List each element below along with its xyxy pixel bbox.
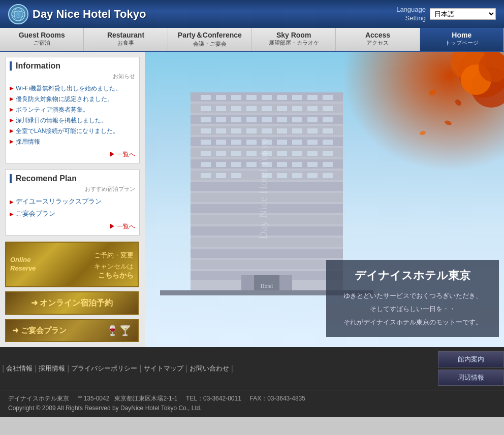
svg-rect-71: [277, 140, 287, 145]
main-navigation: Guest Rooms ご宿泊 Restaurant お食事 Party＆Con…: [0, 28, 504, 52]
svg-rect-78: [246, 151, 257, 156]
svg-rect-32: [231, 95, 241, 100]
svg-rect-45: [292, 106, 302, 111]
svg-text:Hotel: Hotel: [261, 283, 273, 289]
footer-hotel-details: デイナイスホテル東京 〒135-0042 東京都江東区木場2-1-1 TEL：0…: [8, 394, 496, 403]
plan-more-link[interactable]: ▶ 一覧へ: [10, 221, 135, 231]
svg-rect-83: [323, 151, 333, 156]
svg-rect-33: [246, 95, 257, 100]
plan-item-1[interactable]: ▶ ご宴会プラン: [10, 209, 135, 218]
reserve-line2: キャンセルは: [94, 262, 134, 271]
svg-rect-42: [246, 106, 257, 111]
svg-rect-87: [246, 162, 257, 167]
language-select[interactable]: 日本語 English 中文: [430, 8, 496, 20]
news-item-5[interactable]: ▶ 採用情報: [10, 138, 135, 146]
svg-rect-100: [323, 173, 333, 178]
svg-rect-73: [307, 140, 318, 145]
nearby-button[interactable]: 周辺情報: [438, 370, 504, 386]
svg-rect-81: [292, 151, 302, 156]
svg-text:Day Nice Hotel Tokyo: Day Nice Hotel Tokyo: [257, 138, 269, 239]
svg-rect-76: [216, 151, 226, 156]
svg-rect-48: [201, 117, 211, 122]
footer-link-contact[interactable]: お問い合わせ: [190, 364, 229, 373]
svg-rect-67: [216, 140, 226, 145]
reserve-line3: こちらから: [94, 271, 134, 280]
footer-side-buttons: 館内案内 周辺情報: [438, 351, 504, 386]
header: Day Nice Hotel Tokyo Language Setting 日本…: [0, 0, 504, 28]
news-item-1[interactable]: ▶ 優良防火対象物に認定されました。: [10, 95, 135, 104]
plan-arrow-0: ▶: [10, 199, 14, 205]
footer-link-company[interactable]: 会社情報: [6, 364, 33, 373]
online-booking-label: ➜ オンライン宿泊予約: [31, 298, 113, 309]
footer-link-privacy[interactable]: プライバシーポリシー: [71, 364, 137, 373]
svg-rect-36: [292, 95, 302, 100]
svg-rect-95: [231, 173, 241, 178]
logo-text: Day Nice Hotel Tokyo: [33, 8, 146, 21]
nav-restaurant[interactable]: Restaurant お食事: [84, 28, 168, 51]
news-item-4[interactable]: ▶ 全室でLAN接続が可能になりました。: [10, 127, 135, 136]
plan-section-subtitle: おすすめ宿泊プラン: [10, 185, 135, 193]
news-list: ▶ Wi-Fi機器無料貸し出しを始めました。 ▶ 優良防火対象物に認定されました…: [10, 84, 135, 146]
svg-rect-54: [292, 117, 302, 122]
footer-info: デイナイスホテル東京 〒135-0042 東京都江東区木場2-1-1 TEL：0…: [8, 394, 496, 413]
svg-rect-98: [292, 173, 302, 178]
svg-rect-39: [201, 106, 211, 111]
svg-point-10: [419, 130, 426, 136]
svg-rect-34: [262, 95, 272, 100]
nav-access[interactable]: Access アクセス: [336, 28, 420, 51]
svg-rect-47: [323, 106, 333, 111]
svg-rect-31: [216, 95, 226, 100]
news-item-2[interactable]: ▶ ボランティア演奏者募集。: [10, 106, 135, 114]
svg-point-0: [12, 8, 25, 21]
map-button[interactable]: 館内案内: [438, 351, 504, 367]
info-section-title: Information: [10, 61, 135, 71]
info-more-link[interactable]: ▶ 一覧へ: [10, 149, 135, 159]
svg-rect-30: [201, 95, 211, 100]
footer-link-sitemap[interactable]: サイトマップ: [144, 364, 183, 373]
svg-rect-40: [216, 106, 226, 111]
svg-rect-58: [216, 128, 226, 133]
reserve-line1: ご予約・変更: [94, 249, 134, 262]
svg-rect-72: [292, 140, 302, 145]
plan-item-0[interactable]: ▶ デイユースリラックスプラン: [10, 197, 135, 206]
svg-rect-35: [277, 95, 287, 100]
svg-rect-53: [277, 117, 287, 122]
caption-body: ゆきとどいたサービスでおくつろぎいただき、 そしてすばらしい一日を・・ それがデ…: [336, 289, 489, 329]
info-section-subtitle: お知らせ: [10, 73, 135, 80]
svg-rect-50: [231, 117, 241, 122]
svg-rect-75: [201, 151, 211, 156]
autumn-tree-decoration: [402, 52, 504, 153]
svg-rect-86: [231, 162, 241, 167]
svg-rect-46: [307, 106, 318, 111]
banner-reserve-left: OnlineReserve: [10, 256, 36, 273]
party-plan-button[interactable]: ➜ ご宴会プラン 🍷🍸: [5, 319, 139, 342]
banner-reserve-content: OnlineReserve ご予約・変更 キャンセルは こちらから: [6, 243, 138, 286]
hero-caption-box: デイナイスホテル東京 ゆきとどいたサービスでおくつろぎいただき、 そしてすばらし…: [326, 260, 499, 337]
nav-guest-rooms[interactable]: Guest Rooms ご宿泊: [0, 28, 84, 51]
footer-link-recruit[interactable]: 採用情報: [39, 364, 65, 373]
online-reserve-banner[interactable]: OnlineReserve ご予約・変更 キャンセルは こちらから: [5, 242, 139, 287]
svg-rect-59: [231, 128, 241, 133]
online-booking-button[interactable]: ➜ オンライン宿泊予約: [5, 291, 139, 315]
arrow-icon-2: ▶: [10, 107, 14, 112]
nav-party-conference[interactable]: Party＆Conference 会議・ご宴会: [168, 28, 252, 51]
svg-rect-60: [246, 128, 257, 133]
wine-glass-icon: 🍷🍸: [106, 324, 132, 337]
svg-rect-64: [307, 128, 318, 133]
svg-rect-74: [323, 140, 333, 145]
caption-title: デイナイスホテル東京: [336, 268, 489, 283]
svg-rect-55: [307, 117, 318, 122]
svg-rect-99: [307, 173, 318, 178]
footer: | 会社情報 | 採用情報 | プライバシーポリシー | サイトマップ | お問…: [0, 347, 504, 417]
nav-home[interactable]: Home トップページ: [420, 28, 504, 51]
nav-sky-room[interactable]: Sky Room 展望部屋・カラオケ: [252, 28, 336, 51]
sidebar: Information お知らせ ▶ Wi-Fi機器無料貸し出しを始めました。 …: [0, 52, 145, 347]
news-item-0[interactable]: ▶ Wi-Fi機器無料貸し出しを始めました。: [10, 84, 135, 93]
news-item-3[interactable]: ▶ 深川緑日の情報を掲載しました。: [10, 116, 135, 125]
svg-rect-93: [201, 173, 211, 178]
svg-rect-61: [262, 128, 272, 133]
svg-rect-91: [307, 162, 318, 167]
footer-bottom: デイナイスホテル東京 〒135-0042 東京都江東区木場2-1-1 TEL：0…: [0, 390, 504, 417]
svg-rect-65: [323, 128, 333, 133]
svg-rect-80: [277, 151, 287, 156]
